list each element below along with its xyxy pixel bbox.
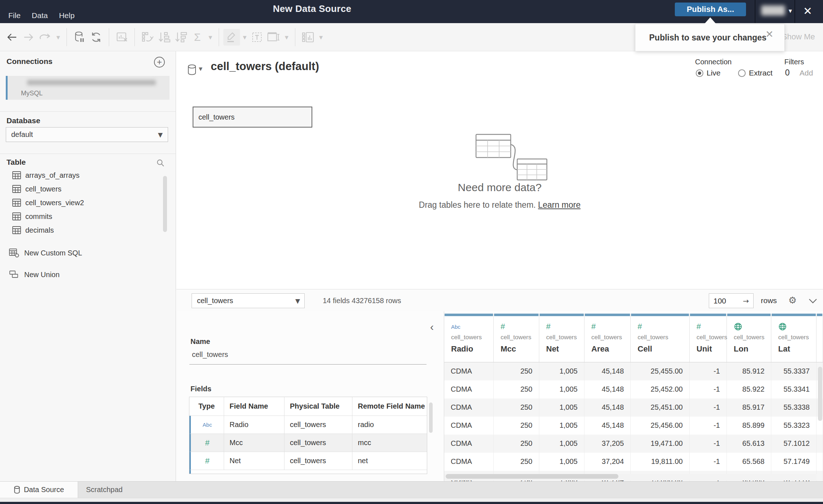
totals-button[interactable]: Σ [189, 29, 206, 46]
grid-cell[interactable]: 55.3338 [771, 399, 816, 417]
live-radio-icon[interactable] [696, 69, 703, 77]
grid-cell[interactable]: 1,005 [539, 362, 584, 380]
table-node-cell-towers[interactable]: cell_towers [193, 107, 312, 128]
apply-row-count-icon[interactable]: → [743, 297, 749, 305]
user-menu-redacted[interactable] [761, 5, 785, 16]
table-list-scrollbar[interactable] [163, 176, 167, 232]
grid-column-header-area[interactable]: #cell_towersArea [584, 314, 631, 362]
grid-cell[interactable]: CDMA [444, 417, 494, 435]
menu-help[interactable]: Help [59, 11, 74, 20]
menu-file[interactable]: File [8, 11, 21, 20]
col-remote-field-name[interactable]: Remote Field Name [352, 397, 427, 415]
grid-cell[interactable]: 250 [494, 362, 539, 380]
data-source-title[interactable]: cell_towers (default) [211, 60, 319, 73]
connection-item[interactable]: MySQL [6, 76, 170, 100]
grid-cell[interactable]: -1 [690, 435, 727, 453]
field-row-partial[interactable] [189, 470, 427, 474]
tab-data-source[interactable]: Data Source [0, 482, 78, 498]
grid-column-header-lat[interactable]: cell_towersLat [771, 314, 816, 362]
grid-cell[interactable]: 1,005 [539, 453, 584, 471]
gear-icon[interactable]: ⚙ [788, 295, 797, 306]
clear-sheet-button[interactable] [113, 29, 130, 46]
field-row[interactable]: #Netcell_towersnet [189, 452, 427, 470]
grid-cell[interactable]: -1 [690, 453, 727, 471]
table-list-item[interactable]: cell_towers_view2 [0, 196, 176, 210]
field-row[interactable]: #Mcccell_towersmcc [189, 434, 427, 452]
grid-cell[interactable]: 85.922 [727, 380, 771, 399]
grid-cell[interactable]: 1,005 [539, 435, 584, 453]
grid-cell[interactable]: 45,148 [584, 399, 631, 417]
row-count-input[interactable]: 100 → [709, 293, 754, 308]
col-field-name[interactable]: Field Name [224, 397, 284, 415]
learn-more-link[interactable]: Learn more [538, 200, 581, 210]
grid-cell[interactable]: 250 [494, 435, 539, 453]
search-icon[interactable] [156, 159, 165, 167]
grid-cell[interactable]: CDMA [444, 453, 494, 471]
field-row[interactable]: AbcRadiocell_towersradio [189, 416, 427, 434]
menu-data[interactable]: Data [32, 11, 48, 20]
replay-caret-icon[interactable]: ▼ [53, 29, 62, 46]
grid-cell[interactable]: 55.3323 [771, 417, 816, 435]
tab-scratchpad[interactable]: Scratchpad [78, 482, 194, 498]
grid-cell[interactable]: 45,148 [584, 380, 631, 399]
sort-descending-button[interactable] [172, 29, 189, 46]
grid-cell[interactable]: CDMA [444, 362, 494, 380]
table-list-item[interactable]: cell_towers [0, 182, 176, 196]
grid-column-header-cell[interactable]: #cell_towersCell [631, 314, 690, 362]
grid-data-row[interactable]: CDMA2501,00545,14825,451.00-185.91755.33… [444, 399, 823, 417]
grid-cell[interactable]: -1 [690, 399, 727, 417]
grid-cell[interactable]: 45,148 [584, 362, 631, 380]
grid-cell[interactable]: CDMA [444, 435, 494, 453]
grid-cell[interactable]: -1 [690, 362, 727, 380]
redo-button[interactable] [20, 29, 37, 46]
table-list-item[interactable]: commits [0, 210, 176, 223]
table-list-item[interactable]: arrays_of_arrays [0, 168, 176, 182]
add-connection-icon[interactable]: + [154, 57, 165, 68]
grid-cell[interactable]: CDMA [444, 399, 494, 417]
extract-radio[interactable]: Extract [738, 69, 772, 77]
database-select[interactable]: default ▼ [6, 127, 168, 142]
show-me-panel-button[interactable] [300, 29, 316, 46]
grid-column-header-radio[interactable]: Abccell_towersRadio [444, 314, 494, 362]
grid-cell[interactable]: 65.568 [727, 453, 771, 471]
undo-button[interactable] [4, 29, 20, 46]
pause-auto-updates-button[interactable] [71, 29, 88, 46]
grid-cell[interactable]: 37,204 [584, 453, 631, 471]
text-label-button[interactable] [249, 29, 265, 46]
grid-cell[interactable]: 25,455.00 [631, 362, 690, 380]
fields-scrollbar[interactable] [429, 402, 433, 433]
grid-data-row[interactable]: CDMA2501,00537,20519,471.00-165.61357.10… [444, 435, 823, 453]
data-source-type-icon[interactable]: ▼ [187, 64, 202, 76]
grid-cell[interactable]: 85.917 [727, 399, 771, 417]
col-type[interactable]: Type [189, 397, 224, 415]
collapse-panel-icon[interactable]: ‹ [430, 322, 434, 332]
new-custom-sql-button[interactable]: New Custom SQL [0, 246, 176, 260]
highlight-button[interactable] [223, 29, 240, 46]
grid-column-header-net[interactable]: #cell_towersNet [539, 314, 584, 362]
tooltip-close-icon[interactable]: ✕ [765, 29, 773, 40]
new-union-button[interactable]: New Union [0, 268, 176, 281]
grid-cell[interactable]: 250 [494, 417, 539, 435]
grid-cell[interactable]: 19,811.00 [631, 453, 690, 471]
grid-column-header-unit[interactable]: #cell_towersUnit [690, 314, 727, 362]
grid-data-row[interactable]: CDMA2501,00545,14825,455.00-185.91255.33… [444, 362, 823, 380]
fit-caret-icon[interactable]: ▼ [282, 29, 291, 46]
grid-cell[interactable]: 85.899 [727, 417, 771, 435]
grid-cell[interactable]: -1 [690, 417, 727, 435]
grid-cell[interactable]: 57.1012 [771, 435, 816, 453]
table-list-item[interactable]: decimals [0, 223, 176, 237]
grid-cell[interactable]: 25,451.00 [631, 399, 690, 417]
grid-data-row[interactable]: CDMA2501,00545,14825,452.00-185.92255.33… [444, 380, 823, 399]
grid-column-header-lon[interactable]: cell_towersLon [727, 314, 771, 362]
grid-cell[interactable]: CDMA [444, 380, 494, 399]
grid-cell[interactable]: 55.3341 [771, 380, 816, 399]
extract-radio-icon[interactable] [738, 69, 746, 77]
grid-cell[interactable]: 250 [494, 453, 539, 471]
live-radio[interactable]: Live [696, 69, 721, 77]
grid-cell[interactable]: 250 [494, 380, 539, 399]
grid-data-row[interactable]: CDMA2501,00545,14825,456.00-185.89955.33… [444, 417, 823, 435]
grid-data-row[interactable]: CDMA2501,00537,20419,811.00-165.56857.17… [444, 453, 823, 471]
col-physical-table[interactable]: Physical Table [284, 397, 352, 415]
grid-cell[interactable]: 37,205 [584, 435, 631, 453]
grid-cell[interactable]: 250 [494, 399, 539, 417]
